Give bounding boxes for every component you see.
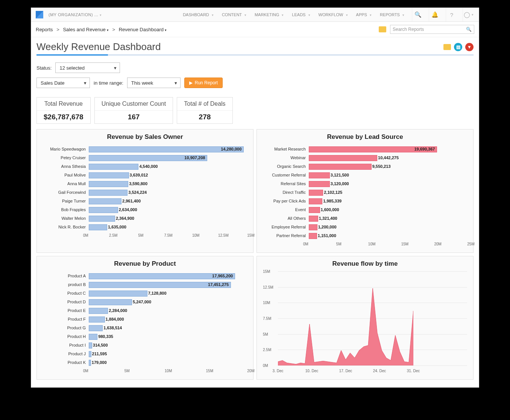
bar[interactable] — [89, 164, 138, 170]
bar[interactable] — [89, 308, 108, 314]
org-selector[interactable]: (MY ORGANIZATION) ...▾ — [49, 12, 102, 17]
app-logo — [36, 11, 43, 18]
bar-row: Market Research19,690,367 — [259, 145, 471, 153]
metric-card: Total # of Deals278 — [177, 97, 232, 124]
metric-value: 167 — [95, 111, 173, 123]
main-nav: DASHBOARD ▾CONTENT ▾MARKETING ▾LEADS ▾WO… — [183, 12, 404, 17]
bar[interactable] — [309, 172, 330, 178]
save-folder-icon[interactable] — [443, 44, 451, 50]
bar[interactable] — [309, 224, 317, 230]
x-tick: 5M — [138, 233, 143, 237]
bar[interactable] — [89, 216, 115, 222]
nav-leads[interactable]: LEADS ▾ — [292, 12, 310, 17]
bar-row: Employee Referral1,200,000 — [259, 222, 471, 231]
bell-icon[interactable]: 🔔 — [429, 8, 440, 21]
bar-category: Anna Sthesia — [39, 164, 89, 169]
bar-value-label: 3,590,800 — [127, 181, 147, 187]
bar-row: Gail Forcewind3,524,224 — [39, 188, 251, 196]
range-select[interactable]: This week — [127, 78, 181, 88]
status-select[interactable]: 12 selected — [55, 62, 120, 73]
y-tick: 15M — [263, 269, 270, 274]
bar-row: Paige Turner2,961,400 — [39, 196, 251, 205]
nav-marketing[interactable]: MARKETING ▾ — [255, 12, 284, 17]
bar[interactable] — [89, 198, 121, 204]
breadcrumb-group[interactable]: Sales and Revenue▾ — [63, 27, 108, 32]
bar-category: Pay per Click Ads — [259, 199, 309, 203]
search-submit-icon[interactable]: 🔍 — [466, 27, 472, 32]
bar[interactable] — [89, 207, 118, 213]
nav-content[interactable]: CONTENT ▾ — [222, 12, 246, 17]
search-input[interactable]: Search Reports 🔍 — [390, 25, 474, 34]
bar-value-label: 4,540,000 — [138, 163, 158, 169]
bar-category: Product H — [39, 334, 89, 339]
range-label: in time range: — [94, 80, 123, 86]
bar[interactable] — [89, 317, 105, 323]
bar[interactable] — [89, 291, 147, 297]
nav-workflow[interactable]: WORKFLOW ▾ — [319, 12, 348, 17]
bar[interactable] — [309, 164, 372, 170]
x-tick: 15M — [247, 233, 254, 237]
run-report-button[interactable]: ▶ Run Report — [184, 78, 223, 88]
bar[interactable] — [89, 334, 97, 340]
bar-category: Customer Referral — [259, 173, 309, 177]
bar[interactable] — [89, 299, 132, 305]
nav-reports[interactable]: REPORTS ▾ — [380, 12, 404, 17]
area-chart: 0M2.5M5M7.5M10M12.5M15M3. Dec10. Dec17. … — [263, 271, 467, 373]
bar-row: Product I314,500 — [39, 341, 251, 349]
export-pdf-icon[interactable]: ▼ — [465, 43, 474, 51]
nav-apps[interactable]: APPS ▾ — [356, 12, 372, 17]
bar-category: Product E — [39, 308, 89, 313]
bar-category: Nick R. Bocker — [39, 225, 89, 229]
bar[interactable] — [309, 207, 320, 213]
bar-value-label: 314,500 — [91, 342, 108, 348]
bar[interactable] — [309, 155, 377, 161]
bar[interactable] — [309, 190, 323, 196]
folder-icon[interactable] — [379, 26, 386, 32]
user-icon[interactable]: ◯▾ — [463, 8, 474, 21]
date-field-select[interactable]: Sales Date — [36, 78, 90, 88]
breadcrumb-reports[interactable]: Reports — [36, 27, 53, 32]
bar-value-label: 2,364,900 — [114, 215, 134, 221]
x-tick: 15M — [401, 242, 408, 246]
bar[interactable] — [309, 198, 322, 204]
bar-row: Mario Speedwagon14,280,000 — [39, 145, 251, 153]
x-tick: 5M — [124, 369, 130, 373]
bar[interactable] — [309, 181, 330, 187]
search-icon[interactable]: 🔍 — [412, 8, 423, 21]
bar[interactable] — [89, 224, 107, 230]
title-underline — [36, 54, 474, 56]
bar-value-label: 1,321,400 — [317, 215, 337, 221]
bar-value-label: 1,200,000 — [317, 224, 337, 230]
breadcrumb-current[interactable]: Revenue Dashboard▾ — [119, 27, 167, 32]
bar-row: Walter Melon2,364,900 — [39, 214, 251, 222]
bar-category: Event — [259, 207, 309, 212]
bar-category: Referral Sites — [259, 181, 309, 186]
bar-row: Paul Molive3,639,012 — [39, 170, 251, 179]
bar-row: Product A17,965,200 — [39, 271, 251, 280]
bar-category: Paul Molive — [39, 173, 89, 177]
bar[interactable] — [89, 325, 103, 331]
export-xls-icon[interactable]: ▤ — [454, 43, 462, 51]
bar[interactable] — [309, 233, 317, 239]
bar-value-label: 1,151,000 — [316, 233, 336, 239]
bar[interactable] — [89, 181, 128, 187]
nav-dashboard[interactable]: DASHBOARD ▾ — [183, 12, 214, 17]
y-tick: 7.5M — [263, 317, 271, 321]
chart-title: Revenue by Lead Source — [259, 133, 471, 141]
bar[interactable] — [89, 190, 127, 196]
help-icon[interactable]: ? — [446, 8, 457, 21]
bar-row: Partner Referral1,151,000 — [259, 231, 471, 240]
bar-row: Petey Cruiser10,907,208 — [39, 153, 251, 162]
bar-value-label: 19,690,367 — [414, 146, 436, 152]
bar-row: Event1,600,000 — [259, 205, 471, 214]
bar-category: Product I — [39, 343, 89, 347]
bar[interactable] — [309, 216, 318, 222]
bar-value-label: 1,600,000 — [319, 207, 339, 213]
metric-label: Total Revenue — [37, 97, 90, 111]
bar-category: Organic Search — [259, 164, 309, 169]
bar-row: Customer Referral3,121,500 — [259, 170, 471, 179]
bar-category: Product A — [39, 274, 89, 278]
x-tick: 15M — [206, 369, 213, 373]
x-tick: 0M — [83, 233, 88, 237]
bar[interactable] — [89, 172, 129, 178]
